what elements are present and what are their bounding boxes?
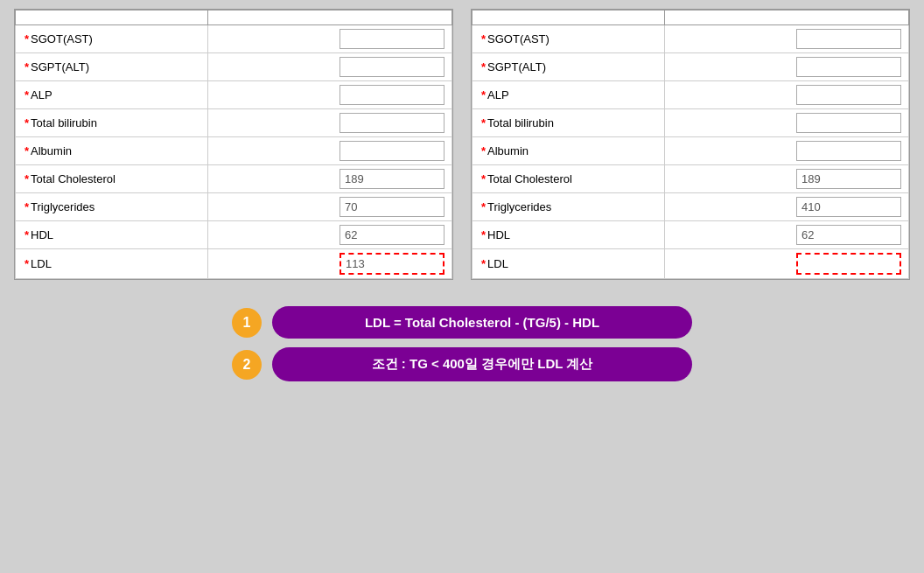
table-row: *SGOT(AST): [472, 25, 909, 53]
asterisk-icon: *: [481, 228, 486, 241]
table-row: *Total Cholesterol: [472, 165, 909, 193]
result-cell[interactable]: [207, 81, 452, 109]
asterisk-icon: *: [481, 172, 486, 185]
formula-pill-1: LDL = Total Cholesterol - (TG/5) - HDL: [272, 306, 692, 339]
result-cell[interactable]: [664, 193, 908, 221]
result-cell[interactable]: [207, 25, 452, 53]
result-input[interactable]: [796, 85, 901, 105]
result-cell[interactable]: [664, 165, 908, 193]
result-input[interactable]: [796, 169, 901, 189]
result-cell[interactable]: [664, 81, 908, 109]
table-1: *SGOT(AST)*SGPT(ALT)*ALP*Total bilirubin…: [14, 9, 453, 280]
asterisk-icon: *: [24, 257, 29, 270]
table-row: *Albumin: [16, 137, 452, 165]
table-row: *SGOT(AST): [16, 25, 452, 53]
table1-col1-header: [16, 10, 208, 25]
result-input[interactable]: [340, 225, 444, 245]
asterisk-icon: *: [24, 172, 29, 185]
asterisk-icon: *: [481, 144, 486, 157]
table-row: *Triglycerides: [16, 193, 452, 221]
table-row: *LDL: [16, 249, 452, 279]
bottom-section: 1 LDL = Total Cholesterol - (TG/5) - HDL…: [9, 297, 915, 390]
table-row: *Total bilirubin: [472, 109, 909, 137]
result-input[interactable]: [340, 253, 444, 275]
item-label: *Total Cholesterol: [16, 165, 208, 193]
item-label: *HDL: [16, 221, 208, 249]
asterisk-icon: *: [481, 116, 486, 129]
item-label: *LDL: [16, 249, 208, 279]
item-label: *SGOT(AST): [472, 25, 665, 53]
item-label: *Triglycerides: [16, 193, 208, 221]
result-cell[interactable]: [207, 53, 452, 81]
table1-col2-header: [207, 10, 452, 25]
result-input[interactable]: [340, 57, 444, 77]
result-input[interactable]: [796, 225, 901, 245]
result-cell[interactable]: [664, 221, 908, 249]
result-cell[interactable]: [664, 249, 908, 279]
result-input[interactable]: [796, 197, 901, 217]
result-input[interactable]: [796, 29, 901, 49]
item-label: *Albumin: [16, 137, 208, 165]
table-row: *SGPT(ALT): [16, 53, 452, 81]
asterisk-icon: *: [481, 257, 486, 270]
table2-col2-header: [664, 10, 908, 25]
formula-row-2: 2 조건 : TG < 400일 경우에만 LDL 계산: [232, 347, 692, 381]
result-input[interactable]: [340, 113, 444, 133]
item-label: *SGPT(ALT): [16, 53, 208, 81]
result-cell[interactable]: [664, 53, 908, 81]
table-row: *LDL: [472, 249, 909, 279]
result-input[interactable]: [796, 113, 901, 133]
table-2: *SGOT(AST)*SGPT(ALT)*ALP*Total bilirubin…: [471, 9, 910, 280]
result-input[interactable]: [796, 253, 901, 275]
table-row: *Total bilirubin: [16, 109, 452, 137]
asterisk-icon: *: [24, 60, 29, 73]
item-label: *ALP: [472, 81, 665, 109]
asterisk-icon: *: [24, 200, 29, 213]
table-row: *ALP: [16, 81, 452, 109]
result-cell[interactable]: [664, 25, 908, 53]
table-row: *Total Cholesterol: [16, 165, 452, 193]
item-label: *SGPT(ALT): [472, 53, 665, 81]
result-input[interactable]: [796, 57, 901, 77]
badge-2: 2: [232, 350, 262, 380]
table-row: *HDL: [16, 221, 452, 249]
result-cell[interactable]: [207, 221, 452, 249]
table-row: *Albumin: [472, 137, 909, 165]
item-label: *Albumin: [472, 137, 665, 165]
asterisk-icon: *: [24, 32, 29, 45]
table-row: *ALP: [472, 81, 909, 109]
result-cell[interactable]: [664, 109, 908, 137]
result-input[interactable]: [340, 29, 444, 49]
item-label: *Triglycerides: [472, 193, 665, 221]
item-label: *Total bilirubin: [16, 109, 208, 137]
asterisk-icon: *: [24, 228, 29, 241]
table2-col1-header: [472, 10, 665, 25]
item-label: *SGOT(AST): [16, 25, 208, 53]
result-cell[interactable]: [207, 249, 452, 279]
formula-pill-2: 조건 : TG < 400일 경우에만 LDL 계산: [272, 347, 692, 381]
tables-container: *SGOT(AST)*SGPT(ALT)*ALP*Total bilirubin…: [14, 9, 910, 280]
formula-row-1: 1 LDL = Total Cholesterol - (TG/5) - HDL: [232, 306, 692, 339]
item-label: *Total bilirubin: [472, 109, 665, 137]
asterisk-icon: *: [481, 200, 486, 213]
result-cell[interactable]: [207, 137, 452, 165]
result-input[interactable]: [796, 141, 901, 161]
asterisk-icon: *: [481, 88, 486, 101]
result-cell[interactable]: [664, 137, 908, 165]
asterisk-icon: *: [481, 32, 486, 45]
result-input[interactable]: [340, 141, 444, 161]
result-cell[interactable]: [207, 193, 452, 221]
asterisk-icon: *: [481, 60, 486, 73]
result-cell[interactable]: [207, 109, 452, 137]
table-row: *HDL: [472, 221, 909, 249]
item-label: *LDL: [472, 249, 665, 279]
result-input[interactable]: [340, 169, 444, 189]
result-input[interactable]: [340, 85, 444, 105]
table-row: *Triglycerides: [472, 193, 909, 221]
item-label: *Total Cholesterol: [472, 165, 665, 193]
asterisk-icon: *: [24, 88, 29, 101]
asterisk-icon: *: [24, 116, 29, 129]
badge-1: 1: [232, 308, 262, 338]
result-cell[interactable]: [207, 165, 452, 193]
result-input[interactable]: [340, 197, 444, 217]
